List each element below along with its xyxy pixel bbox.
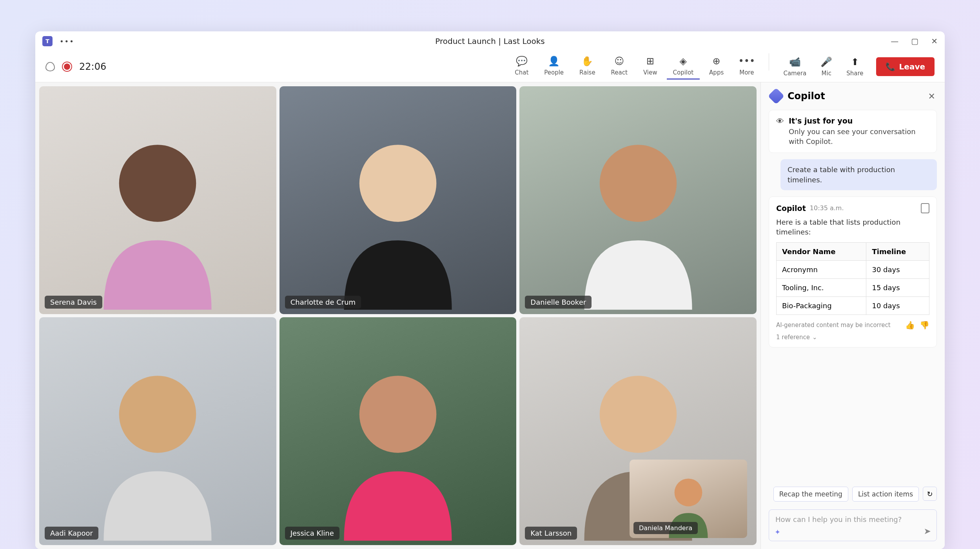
- send-icon[interactable]: ➤: [924, 526, 931, 536]
- camera-button[interactable]: 📹Camera: [778, 54, 812, 79]
- notice-text: Only you can see your conversation with …: [789, 127, 929, 146]
- meeting-toolbar: 22:06 💬Chat 👤People ✋Raise ☺React ⊞View …: [35, 51, 945, 82]
- table-header: Vendor Name: [777, 243, 866, 261]
- sidebar-title: Copilot: [788, 91, 923, 102]
- meeting-title: Product Launch | Last Looks: [435, 36, 544, 46]
- maximize-icon[interactable]: ▢: [911, 36, 918, 46]
- sidebar-body: 👁 It's just for you Only you can see you…: [761, 110, 945, 482]
- refresh-suggestions-icon[interactable]: ↻: [923, 487, 937, 501]
- more-icon: •••: [741, 56, 752, 67]
- copilot-response: Copilot 10:35 a.m. Here is a table that …: [769, 196, 937, 347]
- close-sidebar-icon[interactable]: ✕: [928, 91, 935, 101]
- chat-icon: 💬: [516, 56, 527, 67]
- svg-point-3: [119, 376, 196, 453]
- view-icon: ⊞: [645, 56, 656, 67]
- copilot-icon: ◈: [678, 56, 689, 67]
- video-tile[interactable]: Serena Davis: [39, 86, 276, 314]
- content-area: Serena Davis Charlotte de Crum Danielle …: [35, 82, 945, 549]
- participant-name: Jessica Kline: [285, 527, 339, 540]
- video-tile[interactable]: Charlotte de Crum: [279, 86, 517, 314]
- shield-icon[interactable]: [45, 62, 55, 71]
- notice-title: It's just for you: [789, 116, 929, 125]
- response-intro: Here is a table that lists production ti…: [776, 217, 929, 237]
- table-row: Acronymn30 days: [777, 261, 929, 279]
- chat-button[interactable]: 💬Chat: [508, 53, 535, 80]
- participant-avatar-icon: [81, 351, 235, 545]
- copilot-input[interactable]: [775, 515, 930, 524]
- suggestion-row: Recap the meeting List action items ↻: [761, 482, 945, 506]
- participant-avatar-icon: [81, 120, 235, 314]
- participant-avatar-icon: [321, 120, 475, 314]
- people-icon: 👤: [548, 56, 559, 67]
- video-grid: Serena Davis Charlotte de Crum Danielle …: [35, 82, 760, 549]
- table-row: Bio-Packaging10 days: [777, 297, 929, 315]
- chevron-down-icon: ⌄: [812, 334, 817, 341]
- production-timeline-table: Vendor Name Timeline Acronymn30 days Too…: [776, 242, 929, 315]
- people-button[interactable]: 👤People: [538, 53, 570, 80]
- apps-button[interactable]: ⊕Apps: [703, 53, 730, 80]
- svg-point-0: [119, 145, 196, 222]
- reference-toggle[interactable]: 1 reference ⌄: [776, 334, 929, 341]
- response-time: 10:35 a.m.: [810, 204, 844, 212]
- participant-name: Danielle Booker: [525, 296, 592, 309]
- participant-name: Aadi Kapoor: [45, 527, 98, 540]
- titlebar: T ••• Product Launch | Last Looks — ▢ ✕: [35, 31, 945, 51]
- svg-point-6: [675, 478, 702, 506]
- teams-logo-icon: T: [42, 36, 53, 46]
- sidebar-header: Copilot ✕: [761, 82, 945, 110]
- privacy-notice: 👁 It's just for you Only you can see you…: [769, 110, 937, 153]
- leave-button[interactable]: 📞Leave: [876, 57, 935, 76]
- participant-avatar-icon: [561, 120, 715, 314]
- thumbs-down-icon[interactable]: 👎: [920, 320, 929, 330]
- ai-disclaimer: AI-generated content may be incorrect: [776, 322, 891, 329]
- raise-button[interactable]: ✋Raise: [573, 53, 602, 80]
- thumbs-up-icon[interactable]: 👍: [905, 320, 915, 330]
- svg-point-1: [359, 145, 437, 222]
- view-button[interactable]: ⊞View: [637, 53, 664, 80]
- eye-icon: 👁: [776, 116, 784, 126]
- participant-avatar-icon: [321, 351, 475, 545]
- copilot-sidebar: Copilot ✕ 👁 It's just for you Only you c…: [760, 82, 945, 549]
- copilot-button[interactable]: ◈Copilot: [667, 53, 700, 80]
- self-view-pip[interactable]: Daniela Mandera: [630, 460, 747, 538]
- svg-point-5: [599, 376, 677, 453]
- react-icon: ☺: [614, 56, 625, 67]
- more-options-icon[interactable]: •••: [60, 37, 74, 45]
- app-window: T ••• Product Launch | Last Looks — ▢ ✕ …: [35, 31, 945, 549]
- toolbar-separator: [769, 53, 769, 71]
- react-button[interactable]: ☺React: [605, 53, 634, 80]
- copilot-input-box[interactable]: ✦ ➤: [769, 509, 937, 541]
- sparkle-icon[interactable]: ✦: [775, 528, 780, 536]
- share-icon: ⬆: [851, 56, 859, 67]
- suggestion-chip[interactable]: Recap the meeting: [773, 487, 848, 502]
- participant-name: Daniela Mandera: [633, 522, 698, 534]
- mic-button[interactable]: 🎤Mic: [815, 54, 838, 79]
- copilot-logo-icon: [768, 88, 784, 104]
- participant-name: Serena Davis: [45, 296, 102, 309]
- share-button[interactable]: ⬆Share: [841, 54, 869, 79]
- meeting-timer: 22:06: [79, 61, 106, 72]
- camera-icon: 📹: [789, 56, 801, 67]
- video-tile[interactable]: Danielle Booker: [519, 86, 757, 314]
- raise-hand-icon: ✋: [582, 56, 593, 67]
- video-tile[interactable]: Jessica Kline: [279, 317, 517, 545]
- mic-icon: 🎤: [820, 56, 832, 67]
- apps-icon: ⊕: [711, 56, 722, 67]
- table-header: Timeline: [866, 243, 929, 261]
- response-author: Copilot: [776, 204, 806, 213]
- recording-icon[interactable]: [63, 62, 71, 71]
- hangup-icon: 📞: [886, 62, 895, 71]
- svg-point-2: [599, 145, 677, 222]
- video-tile[interactable]: Kat Larsson Daniela Mandera: [519, 317, 757, 545]
- user-message: Create a table with production timelines…: [780, 159, 937, 190]
- svg-point-4: [359, 376, 437, 453]
- video-tile[interactable]: Aadi Kapoor: [39, 317, 276, 545]
- close-icon[interactable]: ✕: [931, 36, 938, 46]
- more-button[interactable]: •••More: [733, 53, 760, 80]
- minimize-icon[interactable]: —: [891, 36, 898, 46]
- participant-name: Kat Larsson: [525, 527, 577, 540]
- suggestion-chip[interactable]: List action items: [852, 487, 919, 502]
- participant-name: Charlotte de Crum: [285, 296, 361, 309]
- copy-icon[interactable]: [921, 203, 929, 213]
- table-row: Tooling, Inc.15 days: [777, 279, 929, 297]
